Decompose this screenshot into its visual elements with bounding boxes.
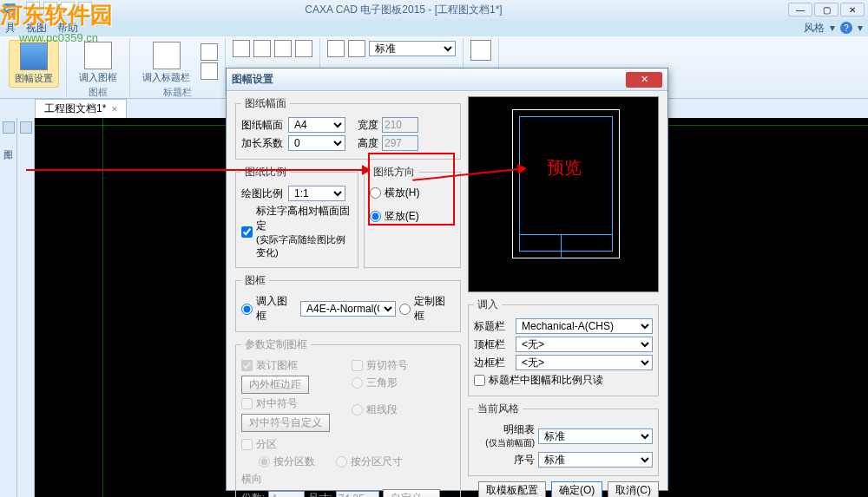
preview-grid: [561, 234, 613, 258]
menu-item[interactable]: 帮助: [57, 21, 78, 36]
qat-print-icon[interactable]: [78, 2, 92, 16]
bind-checkbox: [241, 360, 253, 371]
ribbon-tool-icon[interactable]: [253, 40, 271, 57]
height-input: [382, 135, 418, 151]
maximize-button[interactable]: ▢: [814, 3, 838, 16]
center-checkbox: [241, 398, 253, 409]
label: 绘图比例: [241, 186, 285, 201]
params-group: 参数定制图框 装订图框 内外框边距 对中符号 对中符号自定义 剪切符号 三角形 …: [235, 337, 461, 497]
text-tool-icon[interactable]: [470, 40, 491, 61]
style-label[interactable]: 风格: [804, 21, 825, 36]
frame-select[interactable]: A4E-A-Normal(CHS): [300, 301, 396, 317]
sideframe-select[interactable]: <无>: [516, 355, 653, 370]
ribbon-brush-icon[interactable]: [327, 40, 345, 57]
frame-group: 图框 调入图框 A4E-A-Normal(CHS) 定制图框: [235, 273, 461, 332]
import-frame-radio[interactable]: [241, 304, 253, 315]
titleblock-select[interactable]: Mechanical-A(CHS): [516, 318, 653, 334]
close-button[interactable]: ✕: [840, 3, 865, 16]
label: 横放(H): [385, 186, 420, 200]
window-title: CAXA CAD 电子图板2015 - [工程图文档1*]: [19, 3, 788, 17]
ribbon-tool-icon[interactable]: [233, 40, 250, 57]
qat-redo-icon[interactable]: [61, 2, 75, 16]
cancel-button[interactable]: 取消(C): [608, 481, 659, 497]
label: 边框栏: [474, 356, 512, 370]
label: 明细表: [474, 422, 535, 437]
sidebar-toggle-icon[interactable]: [20, 121, 32, 134]
thick-radio: [352, 404, 363, 415]
legend: 图纸方向: [370, 165, 418, 180]
ok-button[interactable]: 确定(O): [551, 481, 602, 497]
ribbon-brush-icon[interactable]: [348, 40, 365, 57]
paper-size-select[interactable]: A4: [288, 117, 345, 133]
ribbon-small-icon[interactable]: [201, 62, 218, 80]
dialog-titlebar[interactable]: 图幅设置 ✕: [227, 69, 667, 91]
label: 图纸幅面: [241, 118, 285, 133]
menu-item[interactable]: 具: [5, 21, 16, 36]
legend: 图框: [241, 273, 269, 288]
landscape-radio[interactable]: [370, 187, 381, 199]
sidebar-toggle-icon[interactable]: [3, 121, 15, 134]
quick-access-toolbar: [26, 2, 92, 16]
readonly-checkbox[interactable]: [474, 375, 485, 386]
byzone-radio: [259, 456, 270, 468]
app-icon: [3, 3, 16, 16]
ribbon-import-frame[interactable]: 调入图框: [74, 40, 122, 86]
h-count-input: [268, 491, 305, 498]
bysize-radio: [336, 456, 347, 468]
ribbon-tool-icon[interactable]: [295, 40, 312, 57]
menubar: 具 视图 帮助 风格 ▾ ? ▾: [0, 19, 868, 36]
custom-frame-radio[interactable]: [399, 304, 411, 315]
label: 加长系数: [241, 136, 285, 151]
ribbon-small-icon[interactable]: [201, 43, 218, 61]
center-custom-button: 对中符号自定义: [241, 414, 330, 432]
scale-group: 图纸比例 绘图比例 1:1 标注字高相对幅面固定 (实际字高随绘图比例变化): [235, 165, 358, 268]
legend: 图纸幅面: [241, 96, 290, 111]
ribbon-import-titleblock[interactable]: 调入标题栏: [137, 40, 195, 86]
label: 宽度: [358, 118, 378, 133]
ribbon-tool-icon[interactable]: [274, 40, 292, 57]
tab-close-icon[interactable]: ×: [111, 103, 117, 115]
topframe-select[interactable]: <无>: [516, 337, 653, 352]
label: 定制图框: [414, 294, 455, 324]
label: 顶框栏: [474, 337, 512, 352]
lock-height-checkbox[interactable]: [241, 226, 253, 238]
menu-item[interactable]: 视图: [26, 21, 47, 36]
help-icon[interactable]: ?: [840, 22, 852, 34]
style-dropdown[interactable]: 标准: [369, 41, 456, 56]
minimize-button[interactable]: —: [788, 3, 812, 16]
frame-settings-dialog: 图幅设置 ✕ 图纸幅面 图纸幅面 A4 宽度 加长系数 0 高度: [226, 68, 668, 491]
qat-undo-icon[interactable]: [43, 2, 57, 16]
dialog-close-button[interactable]: ✕: [626, 72, 662, 88]
preview-panel: 预览: [468, 96, 659, 292]
left-sidebar: 图库: [0, 118, 17, 497]
titleblock-icon: [153, 42, 181, 69]
label: 标题栏: [474, 319, 512, 334]
preview-inner-frame: [519, 116, 613, 252]
label: 标注字高相对幅面固定: [256, 204, 352, 233]
group-caption: 标题栏: [163, 86, 192, 99]
preview-titleblock: [519, 234, 613, 258]
legend: 调入: [474, 298, 502, 312]
h-size-input: [336, 491, 379, 498]
template-button[interactable]: 取模板配置: [478, 481, 546, 497]
legend: 当前风格: [474, 402, 523, 416]
extension-select[interactable]: 0: [288, 135, 345, 151]
crosshair-vertical: [102, 118, 103, 497]
width-input: [382, 117, 418, 133]
label: 标题栏中图幅和比例只读: [489, 373, 603, 388]
scale-select[interactable]: 1:1: [288, 186, 345, 201]
style-group: 当前风格 明细表 (仅当前幅面) 标准 序号标准: [468, 402, 659, 476]
qat-save-icon[interactable]: [26, 2, 40, 16]
label: 竖放(E): [385, 209, 419, 224]
portrait-radio[interactable]: [370, 211, 381, 222]
detail-style-select[interactable]: 标准: [538, 428, 653, 444]
document-tab[interactable]: 工程图文档1* ×: [35, 99, 127, 118]
seq-style-select[interactable]: 标准: [538, 452, 653, 468]
zone-checkbox: [241, 439, 253, 450]
label: (仅当前幅面): [474, 437, 535, 449]
label: (实际字高随绘图比例变化): [256, 233, 352, 259]
paper-size-group: 图纸幅面 图纸幅面 A4 宽度 加长系数 0 高度: [235, 96, 461, 160]
ribbon-frame-settings[interactable]: 图幅设置: [9, 40, 59, 88]
triangle-radio: [352, 377, 363, 389]
cut-checkbox: [352, 360, 363, 371]
